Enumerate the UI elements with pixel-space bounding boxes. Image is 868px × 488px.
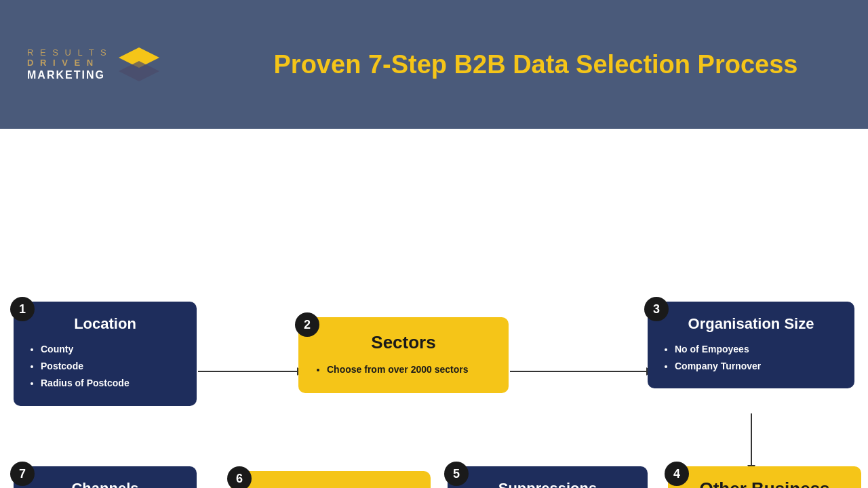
card-suppressions-title: Suppressions xyxy=(460,480,635,488)
card-org-size: Organisation Size No of Empoyees Company… xyxy=(648,302,854,388)
card-location-list: County Postcode Radius of Postcode xyxy=(26,341,184,392)
logo-text: R E S U L T S D R I V E N MARKETING xyxy=(27,47,108,81)
page-title: Proven 7-Step B2B Data Selection Process xyxy=(231,50,841,79)
list-item: Radius of Postcode xyxy=(41,375,184,392)
step-badge-5: 5 xyxy=(444,462,469,486)
list-item: Postcode xyxy=(41,358,184,375)
step-badge-7: 7 xyxy=(10,462,35,486)
diagram-area: 1 Location County Postcode Radius of Pos… xyxy=(0,129,868,488)
logo-results: R E S U L T S xyxy=(27,47,108,58)
card-sectors-title: Sectors xyxy=(312,332,495,353)
list-item: Choose from over 2000 sectors xyxy=(327,361,495,378)
step-badge-6: 6 xyxy=(227,466,252,488)
card-sectors-list: Choose from over 2000 sectors xyxy=(312,361,495,378)
arrow-1-to-2 xyxy=(198,371,298,372)
card-channels: Channels Postal Telephone Direct Marketi… xyxy=(14,466,197,488)
list-item: No of Empoyees xyxy=(675,341,842,358)
card-contacts: Contacts Job Titles Job Functions xyxy=(231,471,431,488)
card-suppressions: Suppressions Don't buy data you already … xyxy=(448,466,648,488)
card-other-business-title: Other Business Criteria xyxy=(679,479,850,488)
logo-chevron-icon xyxy=(115,44,163,85)
logo-driven: D R I V E N xyxy=(27,58,108,68)
card-sectors: Sectors Choose from over 2000 sectors xyxy=(298,317,509,393)
card-other-business: Other Business Criteria Financial Select… xyxy=(668,466,861,488)
svg-marker-1 xyxy=(119,61,159,81)
step-badge-1: 1 xyxy=(10,297,35,321)
card-contacts-title: Contacts xyxy=(243,485,418,488)
step-badge-2: 2 xyxy=(295,312,319,337)
logo-marketing: MARKETING xyxy=(27,68,108,81)
logo-area: R E S U L T S D R I V E N MARKETING xyxy=(27,44,203,85)
list-item: Company Turnover xyxy=(675,358,842,375)
card-org-size-title: Organisation Size xyxy=(660,315,842,333)
arrow-3-to-4 xyxy=(751,413,752,466)
card-channels-title: Channels xyxy=(26,480,184,488)
card-location: Location County Postcode Radius of Postc… xyxy=(14,302,197,406)
arrow-2-to-3 xyxy=(510,371,648,372)
step-badge-3: 3 xyxy=(644,297,669,321)
card-location-title: Location xyxy=(26,315,184,333)
list-item: County xyxy=(41,341,184,358)
card-org-size-list: No of Empoyees Company Turnover xyxy=(660,341,842,375)
header: R E S U L T S D R I V E N MARKETING Prov… xyxy=(0,0,868,129)
step-badge-4: 4 xyxy=(665,462,689,486)
